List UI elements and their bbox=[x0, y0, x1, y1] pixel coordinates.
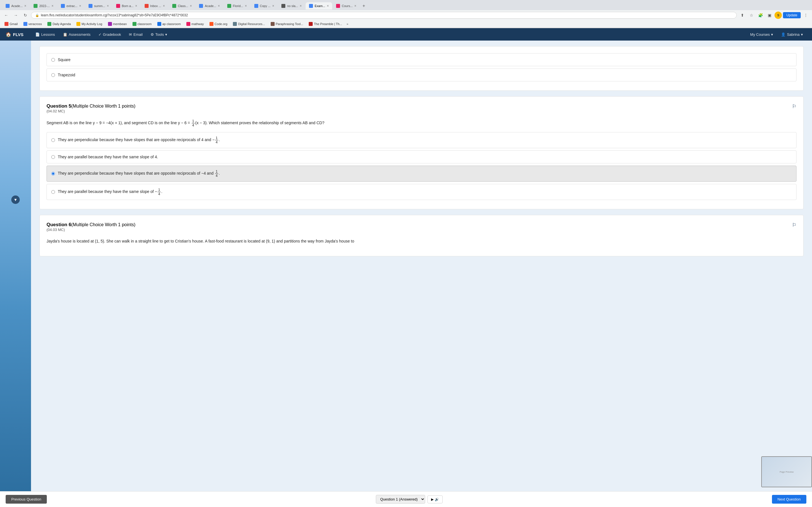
back-button[interactable]: ← bbox=[2, 11, 10, 19]
bookmark-code[interactable]: Code.org bbox=[207, 21, 230, 27]
bookmark-paraphrase[interactable]: Paraphrasing Tool... bbox=[268, 21, 306, 27]
bookmark-apclassroom[interactable]: ap classroom bbox=[155, 21, 183, 27]
tab-acade1[interactable]: Acade... × bbox=[2, 2, 30, 10]
radio-trapezoid[interactable] bbox=[51, 73, 55, 77]
tab-exam[interactable]: Exam... × bbox=[306, 2, 332, 10]
tab-favicon bbox=[145, 4, 149, 8]
radio-q5-1[interactable] bbox=[51, 138, 55, 142]
address-bar[interactable]: 🔒 learn.flvs.net/educator/student/examfo… bbox=[31, 12, 737, 18]
option-square[interactable]: Square bbox=[47, 53, 797, 66]
option-q5-2[interactable]: They are parallel because they have the … bbox=[47, 151, 797, 163]
tab-close[interactable]: × bbox=[218, 4, 220, 8]
bookmark-membean[interactable]: membean bbox=[106, 21, 129, 27]
tab-close[interactable]: × bbox=[163, 4, 165, 8]
sidebar-collapse-button[interactable]: ▼ bbox=[11, 195, 20, 204]
question6-card: Question 6(Multiple Choice Worth 1 point… bbox=[40, 215, 804, 256]
radio-q5-2[interactable] bbox=[51, 155, 55, 159]
radio-square[interactable] bbox=[51, 58, 55, 62]
bookmark-activity[interactable]: My Activity Log bbox=[74, 21, 104, 27]
nav-email[interactable]: ✉ Email bbox=[125, 30, 146, 39]
reload-button[interactable]: ↻ bbox=[21, 11, 29, 19]
share-button[interactable]: ⬆ bbox=[739, 11, 746, 19]
bookmark-mathway[interactable]: mathway bbox=[184, 21, 206, 27]
tab-florid[interactable]: Florid... × bbox=[224, 2, 250, 10]
flag-icon-q6[interactable]: ⚐ bbox=[792, 222, 797, 228]
tab-inbox[interactable]: Inbox ... × bbox=[141, 2, 168, 10]
question5-text: Segment AB is on the line y − 9 = −4(x +… bbox=[47, 119, 797, 127]
nav-gradebook[interactable]: ✓ Gradebook bbox=[95, 30, 124, 39]
tab-copy[interactable]: Copy ... × bbox=[251, 2, 278, 10]
update-button[interactable]: Update bbox=[783, 12, 801, 18]
bookmark-agenda[interactable]: Daily Agenda bbox=[45, 21, 73, 27]
tab-favicon bbox=[172, 4, 176, 8]
tab-nosla[interactable]: no sla... × bbox=[278, 2, 305, 10]
bookmark-preamble[interactable]: The Preamble | Th... bbox=[306, 21, 344, 27]
option-q5-1[interactable]: They are perpendicular because they have… bbox=[47, 132, 797, 148]
tab-2022[interactable]: 2022-... × bbox=[30, 2, 57, 10]
more-button[interactable]: ⋮ bbox=[802, 11, 810, 19]
tab-favicon bbox=[282, 4, 285, 8]
tab-close[interactable]: × bbox=[245, 4, 247, 8]
bookmark-classroom[interactable]: classroom bbox=[130, 21, 154, 27]
tab-close[interactable]: × bbox=[107, 4, 109, 8]
nav-sabrina[interactable]: 👤 Sabrina ▾ bbox=[777, 30, 806, 39]
forward-button[interactable]: → bbox=[12, 11, 20, 19]
tab-close[interactable]: × bbox=[272, 4, 274, 8]
tab-close[interactable]: × bbox=[300, 4, 302, 8]
tab-close[interactable]: × bbox=[190, 4, 192, 8]
tab-born[interactable]: Born a... × bbox=[113, 2, 141, 10]
option-q5-4[interactable]: They are parallel because they have the … bbox=[47, 184, 797, 200]
bookmark-digital[interactable]: Digital Resources... bbox=[231, 21, 267, 27]
extension-button[interactable]: 🧩 bbox=[756, 11, 764, 19]
mycourses-dropdown-icon: ▾ bbox=[771, 33, 773, 37]
user-dropdown-icon: ▾ bbox=[801, 33, 803, 37]
bookmark-gmail[interactable]: Gmail bbox=[2, 21, 20, 27]
bookmarks-more[interactable]: » bbox=[345, 21, 349, 26]
nav-assessments[interactable]: 📋 Assessments bbox=[59, 30, 94, 39]
new-tab-button[interactable]: + bbox=[360, 2, 367, 10]
tab-favicon bbox=[6, 4, 10, 8]
nav-right: My Courses ▾ 👤 Sabrina ▾ bbox=[747, 30, 806, 39]
tab-close[interactable]: × bbox=[354, 4, 356, 8]
tab-close[interactable]: × bbox=[327, 4, 329, 8]
flvs-logo[interactable]: 🏠 FLVS bbox=[6, 32, 23, 37]
previous-question-partial: Square Trapezoid bbox=[40, 46, 804, 91]
tab-favicon bbox=[336, 4, 340, 8]
tab-cours[interactable]: Cours... × bbox=[333, 2, 360, 10]
bookmark-veracross[interactable]: veracross bbox=[21, 21, 44, 27]
question5-card: Question 5(Multiple Choice Worth 1 point… bbox=[40, 96, 804, 209]
radio-q5-3[interactable] bbox=[51, 172, 55, 175]
bookmark-icon bbox=[233, 22, 237, 26]
bookmark-icon bbox=[133, 22, 137, 26]
sidebar-toggle-button[interactable]: ▣ bbox=[765, 11, 773, 19]
tab-summ[interactable]: summ... × bbox=[85, 2, 112, 10]
question6-header: Question 6(Multiple Choice Worth 1 point… bbox=[47, 222, 797, 236]
option-q5-3[interactable]: They are perpendicular because they have… bbox=[47, 166, 797, 182]
tab-close[interactable]: × bbox=[135, 4, 137, 8]
question6-text: Jayda's house is located at (1, 5). She … bbox=[47, 238, 797, 244]
option-trapezoid[interactable]: Trapezoid bbox=[47, 68, 797, 81]
tab-favicon bbox=[309, 4, 313, 8]
tab-extrac[interactable]: extrac... × bbox=[57, 2, 85, 10]
tab-close[interactable]: × bbox=[24, 4, 26, 8]
tab-favicon bbox=[34, 4, 38, 8]
tab-favicon bbox=[116, 4, 120, 8]
nav-tools[interactable]: ⚙ Tools ▾ bbox=[147, 30, 170, 39]
home-icon: 🏠 bbox=[6, 32, 11, 37]
tab-close[interactable]: × bbox=[52, 4, 54, 8]
gradebook-icon: ✓ bbox=[98, 33, 101, 37]
tools-dropdown-icon: ▾ bbox=[165, 33, 167, 37]
nav-mycourses[interactable]: My Courses ▾ bbox=[747, 30, 776, 39]
flag-icon[interactable]: ⚐ bbox=[792, 103, 797, 110]
tab-class[interactable]: Class... × bbox=[169, 2, 195, 10]
profile-avatar[interactable]: S bbox=[774, 11, 782, 19]
question6-category: (04.03 MC) bbox=[47, 228, 135, 232]
bookmark-icon bbox=[77, 22, 80, 26]
tab-acade2[interactable]: Acade... × bbox=[196, 2, 223, 10]
question5-title: Question 5(Multiple Choice Worth 1 point… bbox=[47, 103, 135, 109]
tab-close[interactable]: × bbox=[79, 4, 81, 8]
radio-q5-4[interactable] bbox=[51, 190, 55, 194]
nav-lessons[interactable]: 📄 Lessons bbox=[32, 30, 58, 39]
thumbnail-overlay: Page Preview bbox=[761, 456, 812, 487]
bookmark-button[interactable]: ☆ bbox=[748, 11, 755, 19]
